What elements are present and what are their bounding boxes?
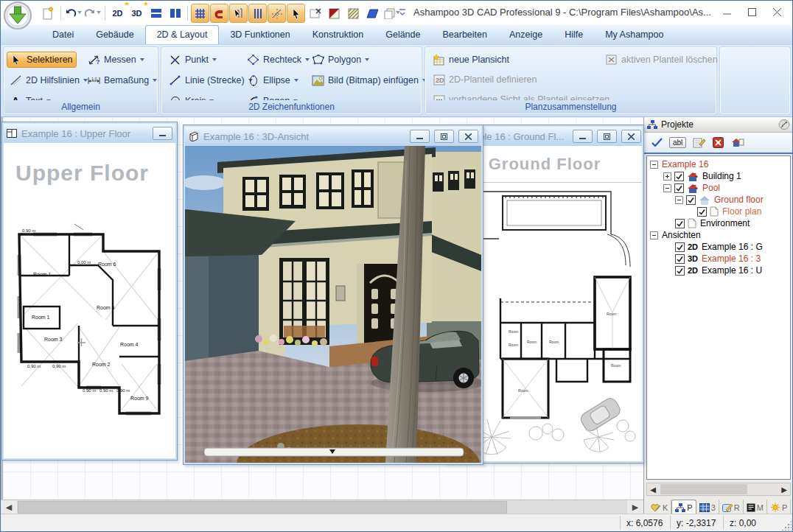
tab-hilfe[interactable]: Hilfe [553,26,594,44]
plan-flag-button[interactable] [325,4,343,23]
restore-window-button[interactable] [597,130,617,143]
tree-item-ground-floor[interactable]: Ground floor [647,194,790,206]
checkbox-checked[interactable] [697,207,707,217]
collapse-icon[interactable] [663,184,671,192]
pin-icon[interactable] [778,119,791,130]
scroll-right-arrow[interactable]: ▶ [627,500,643,514]
scroll-left-arrow[interactable]: ◀ [647,483,659,495]
scrollbar-thumb[interactable] [18,501,507,514]
tree-item-view-2d-upper[interactable]: 2D Example 16 : U [647,265,790,276]
undo-button[interactable] [64,4,83,23]
minimize-window-button[interactable] [573,130,593,143]
tree-item-building1[interactable]: Building 1 [647,170,790,182]
tab-macro[interactable]: M [744,500,767,515]
close-button[interactable] [766,4,788,20]
close-window-button[interactable] [621,130,641,143]
view-3d-button[interactable]: 3D★ [127,4,146,23]
workspace-horizontal-scrollbar[interactable]: ◀ ▶ [1,500,643,514]
tree-item-floor-plan[interactable]: Floor plan [647,206,790,217]
tab-gebaeude[interactable]: Gebäude [85,26,144,44]
checkbox-checked[interactable] [686,195,696,205]
tree-item-view-3d[interactable]: 3D Example 16 : 3 [647,253,790,265]
tab-gelaende[interactable]: Gelände [374,26,431,44]
tab-catalog[interactable]: K [647,500,671,515]
split-horizontal-button[interactable] [147,4,165,23]
restore-window-button[interactable] [434,130,454,143]
collapse-icon[interactable] [675,196,683,204]
pointer-button[interactable] [287,4,305,23]
3d-view-title-bar[interactable]: Example 16 : 3D-Ansicht [185,127,481,146]
title-bar[interactable]: 2D★ 3D★ [1,1,792,25]
tab-konstruktion[interactable]: Konstruktion [301,26,374,44]
scroll-left-arrow[interactable]: ◀ [1,500,17,514]
tab-projects[interactable]: P [671,500,696,515]
selektieren-button[interactable]: Selektieren [7,52,77,68]
hatch-pattern-button[interactable] [344,4,363,23]
resize-grip[interactable] [781,520,792,531]
upper-floor-canvas[interactable]: Upper Floor [4,143,175,458]
tab-my-ashampoo[interactable]: My Ashampoo [594,26,674,44]
edit-sheet-icon[interactable] [693,137,706,148]
grid-snap-button[interactable] [191,4,209,23]
collapse-icon[interactable] [650,161,658,169]
delete-red-x-icon[interactable] [713,137,724,148]
tree-item-ansichten[interactable]: Ansichten [647,229,790,241]
scrollbar-thumb[interactable] [660,484,747,494]
upper-floor-title-bar[interactable]: Example 16 : Upper Floor [4,124,175,143]
tab-anzeige[interactable]: Anzeige [498,26,553,44]
projects-panel-header[interactable]: Projekte [644,117,793,133]
tab-3d-grid[interactable]: 3 [696,500,719,515]
checkbox-checked[interactable] [674,172,684,181]
tab-3d-funktionen[interactable]: 3D Funktionen [219,26,301,44]
tab-datei[interactable]: Datei [41,26,85,44]
text-label-button[interactable]: abl [669,137,686,148]
maximize-button[interactable] [741,4,763,20]
redo-button[interactable] [83,4,102,23]
building-sheet-icon[interactable] [730,137,744,148]
3d-surface-button[interactable] [363,4,382,23]
tab-light[interactable]: P [767,500,791,515]
bild-einfuegen-button[interactable]: Bild (Bitmap) einfügen [309,72,430,88]
projects-horizontal-scrollbar[interactable]: ◀ ▶ [646,483,791,496]
tree-item-example16[interactable]: Example 16 [647,158,790,170]
collapse-icon[interactable] [650,231,658,239]
ellipse-button[interactable]: Ellipse [244,72,301,88]
construction-axes-button[interactable] [268,4,286,23]
select-elements-button[interactable] [229,4,248,23]
scroll-right-arrow[interactable]: ▶ [778,483,790,495]
toolbar-overflow-icon[interactable] [399,8,406,17]
punkt-button[interactable]: Punkt [166,52,220,68]
new-document-button[interactable] [39,4,57,23]
tab-2d-layout[interactable]: 2D & Layout [145,25,220,44]
checkbox-checked[interactable] [674,183,684,193]
close-plan-part-button[interactable] [306,4,324,23]
polygon-button[interactable]: Polygon [309,52,372,68]
bemassung-button[interactable]: 1.0 Bemaßung [85,72,160,88]
messen-button[interactable]: ? Messen [85,52,147,68]
linie-button[interactable]: Linie (Strecke) [166,72,256,88]
3d-view-canvas[interactable] [185,146,481,463]
tree-item-environment[interactable]: Environment [647,217,790,229]
neue-plansicht-button[interactable]: neue Plansicht [430,52,512,68]
confirm-check-icon[interactable] [651,138,663,147]
hilfslinien-button[interactable]: 2D Hilfslinien [7,72,91,88]
tab-bearbeiten[interactable]: Bearbeiten [431,26,497,44]
application-menu-button[interactable] [4,1,32,29]
tree-item-pool[interactable]: Pool [647,182,790,194]
checkbox-checked[interactable] [675,219,685,228]
tab-raster[interactable]: R [719,500,744,515]
guide-lines-button[interactable] [248,4,267,23]
split-vertical-button[interactable] [166,4,184,23]
checkbox-checked[interactable] [675,254,685,264]
minimize-window-button[interactable] [410,130,430,143]
checkbox-checked[interactable] [675,266,685,276]
checkbox-checked[interactable] [675,242,685,252]
view-2d-button[interactable]: 2D★ [108,4,127,23]
expand-icon[interactable] [663,172,671,181]
tree-item-view-2d-ground[interactable]: 2D Example 16 : G [647,241,790,253]
rechteck-button[interactable]: Rechteck [244,52,312,68]
minimize-button[interactable] [716,4,738,20]
magnet-snap-button[interactable] [210,4,228,23]
close-window-button[interactable] [458,130,478,143]
mdi-workspace[interactable]: Example 16 : Upper Floor Upper Floor [1,117,643,500]
